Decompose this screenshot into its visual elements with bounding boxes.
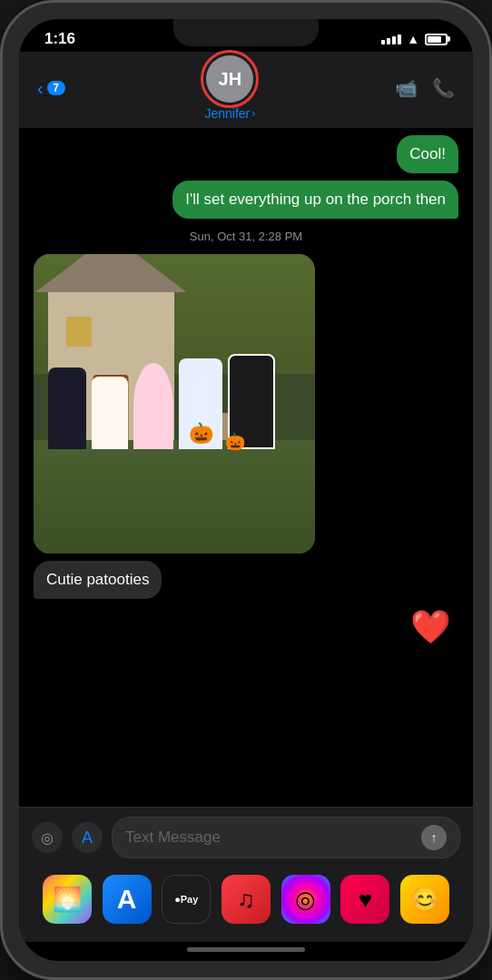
phone-frame: 1:16 ▲ ‹ 7 [0, 0, 492, 980]
wifi-icon: ▲ [407, 32, 419, 46]
back-badge: 7 [47, 81, 65, 95]
camera-button[interactable]: ◎ [32, 822, 63, 853]
music-icon: ♫ [237, 886, 255, 914]
photo-message: 🎃 🎃 [34, 254, 458, 554]
message-input-wrap[interactable]: Text Message ↑ [112, 817, 460, 858]
message-timestamp: Sun, Oct 31, 2:28 PM [34, 230, 458, 243]
message-bubble: I'll set everything up on the porch then [172, 181, 458, 219]
ground-area [34, 440, 315, 554]
dock-music-icon[interactable]: ♫ [221, 875, 271, 924]
avatar-ring [201, 50, 259, 108]
message-text: I'll set everything up on the porch then [185, 191, 446, 208]
app-store-button[interactable]: A [72, 822, 103, 853]
app-icon: A [82, 828, 93, 848]
message-row: Cool! [34, 135, 458, 173]
home-bar[interactable] [187, 947, 305, 952]
battery-icon [425, 34, 448, 45]
contact-center: JH Jennifer › [204, 55, 255, 121]
dock-applepay-icon[interactable]: ●Pay [162, 875, 211, 924]
children-group [48, 299, 301, 449]
phone-screen: 1:16 ▲ ‹ 7 [19, 19, 473, 961]
dock-photos-icon[interactable]: 🌅 [43, 875, 92, 924]
memoji-icon: 😊 [410, 886, 439, 914]
camera-icon: ◎ [41, 829, 54, 847]
heart-reaction: ❤️ [410, 608, 451, 646]
message-text: Cool! [409, 145, 446, 162]
dock-heartapp-icon[interactable]: ♥ [340, 875, 389, 924]
status-time: 1:16 [44, 30, 75, 48]
nav-header: ‹ 7 JH Jennifer › 📹 📞 [19, 52, 473, 128]
message-bubble: Cool! [397, 135, 458, 173]
games-icon: ◎ [295, 886, 316, 914]
dock: 🌅 A ●Pay ♫ ◎ ♥ 😊 [19, 867, 473, 942]
phone-call-icon[interactable]: 📞 [432, 77, 455, 99]
input-bar: ◎ A Text Message ↑ [19, 807, 473, 867]
heart-app-icon: ♥ [359, 886, 372, 914]
reaction-row: ❤️ [34, 608, 458, 646]
pumpkin-icon-2: 🎃 [225, 432, 245, 452]
message-text: Cutie patooties [46, 571, 149, 588]
dock-appstore-icon[interactable]: A [103, 875, 152, 924]
video-call-icon[interactable]: 📹 [395, 77, 418, 99]
photos-icon: 🌅 [53, 886, 82, 914]
message-bubble: Cutie patooties [34, 561, 162, 599]
contact-name[interactable]: Jennifer › [204, 106, 255, 121]
applepay-icon: ●Pay [174, 894, 198, 905]
photo-bubble[interactable]: 🎃 🎃 [34, 254, 315, 554]
home-indicator [19, 942, 473, 961]
notch [173, 19, 319, 46]
dock-games-icon[interactable]: ◎ [281, 875, 330, 924]
contact-chevron-icon: › [251, 107, 255, 120]
photo-scene: 🎃 🎃 [34, 254, 315, 554]
child-1 [48, 368, 86, 449]
message-input-placeholder[interactable]: Text Message [125, 828, 221, 847]
signal-icon [381, 34, 401, 44]
message-row: I'll set everything up on the porch then [34, 181, 458, 219]
pumpkin-icon: 🎃 [189, 422, 213, 446]
child-3 [133, 363, 173, 449]
appstore-icon: A [117, 884, 137, 915]
dock-memoji-icon[interactable]: 😊 [400, 875, 449, 924]
avatar-wrapper[interactable]: JH [206, 55, 253, 103]
child-2 [92, 377, 128, 449]
status-icons: ▲ [381, 32, 448, 46]
messages-area[interactable]: Cool! I'll set everything up on the porc… [19, 128, 473, 807]
back-button[interactable]: ‹ 7 [37, 78, 65, 99]
nav-top-row: ‹ 7 JH Jennifer › 📹 📞 [37, 55, 455, 121]
send-arrow-icon: ↑ [431, 830, 438, 845]
message-row: Cutie patooties [34, 561, 458, 599]
back-chevron-icon: ‹ [37, 78, 44, 99]
nav-actions: 📹 📞 [395, 77, 455, 99]
send-button[interactable]: ↑ [421, 825, 447, 850]
